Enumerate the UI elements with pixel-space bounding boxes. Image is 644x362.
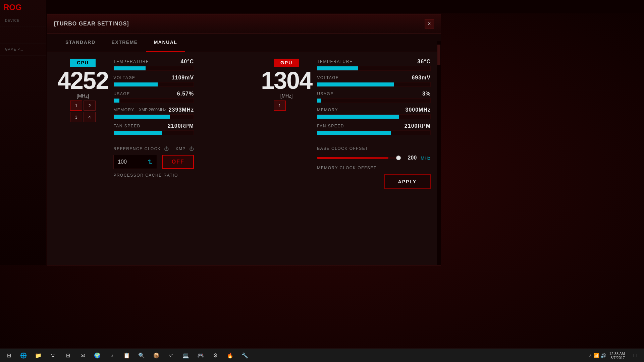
taskbar-browser[interactable]: 🌐 (16, 350, 31, 362)
gpu-usage-row: USAGE 3% (317, 91, 431, 103)
cpu-panel: CPU 4252 [MHz] 1 2 3 4 (57, 59, 227, 258)
close-button[interactable]: × (425, 19, 434, 28)
cpu-temp-label: TEMPERATURE (113, 59, 149, 64)
reference-clock-input[interactable]: 100 ⇅ (113, 155, 157, 169)
xmp-state: OFF (172, 159, 184, 165)
gpu-voltage-label: VOLTAGE (317, 75, 339, 80)
gpu-memory-row: MEMORY 3000MHz (317, 107, 431, 119)
taskbar-chevron[interactable]: ∧ (589, 353, 592, 358)
cpu-badge: CPU (70, 59, 96, 67)
cpu-core-1[interactable]: 1 (70, 101, 82, 111)
ref-power-icon[interactable]: ⏻ (164, 146, 169, 152)
taskbar-notification[interactable]: □ (628, 350, 642, 362)
cpu-memory-fill (114, 115, 170, 119)
cpu-ref-section: REFERENCE CLOCK ⏻ XMP ⏻ 100 ⇅ (113, 142, 194, 178)
taskbar-pkg[interactable]: 📦 (149, 350, 163, 362)
gpu-usage-value: 3% (422, 91, 431, 97)
scrollbar[interactable] (437, 52, 441, 265)
gpu-stats: TEMPERATURE 36°C VOLTAGE 693mV (317, 59, 431, 189)
gpu-fan-fill (317, 131, 391, 135)
sidebar-item-3 (0, 35, 46, 44)
taskbar: ⊞ 🌐 📁 🗂 ⊞ ✉ 🌍 ♪ 📋 🔍 📦 6⁴ 💻 🎮 ⚙ 🔥 🔧 ∧ 📶 🔊… (0, 349, 644, 362)
gpu-temp-fill (317, 66, 358, 70)
cpu-fan-track (113, 130, 194, 135)
cpu-voltage-fill (114, 82, 158, 86)
taskbar-volume[interactable]: 🔊 (600, 353, 606, 358)
cpu-voltage-track (113, 82, 194, 87)
base-clock-unit: MHz (421, 156, 431, 161)
gpu-temperature-row: TEMPERATURE 36°C (317, 59, 431, 71)
taskbar-store[interactable]: 🗂 (46, 350, 60, 362)
taskbar-network[interactable]: 📶 (593, 353, 599, 358)
cpu-frequency: 4252 (57, 68, 108, 93)
cpu-fan-fill (114, 131, 162, 135)
cpu-core-buttons: 1 2 3 4 (70, 101, 96, 122)
cpu-core-4[interactable]: 4 (84, 112, 96, 122)
apply-button[interactable]: APPLY (384, 174, 431, 189)
xmp-power-icon[interactable]: ⏻ (189, 146, 194, 152)
cpu-core-2[interactable]: 2 (84, 101, 96, 111)
taskbar-aura[interactable]: 🔥 (223, 350, 237, 362)
ref-clock-value: 100 (118, 159, 127, 165)
tab-extreme[interactable]: EXTREME (104, 34, 146, 52)
cpu-xmp-toggle-label: XMP (175, 146, 186, 151)
taskbar-rog[interactable]: 🔧 (238, 350, 252, 362)
clock-date: 8/7/2017 (609, 356, 625, 360)
sidebar-item-4: GAME P... (0, 44, 46, 56)
cpu-memory-row: MEMORY XMP:2800MHz 2393MHz (113, 107, 194, 119)
gpu-voltage-fill (317, 82, 394, 86)
xmp-toggle[interactable]: OFF (162, 155, 194, 169)
base-clock-section: BASE CLOCK OFFSET 200 MHz MEMORY CLOCK O… (317, 142, 431, 189)
gpu-usage-label: USAGE (317, 92, 334, 96)
cpu-core-3[interactable]: 3 (70, 112, 82, 122)
tab-manual[interactable]: MANUAL (146, 34, 185, 52)
tab-standard[interactable]: STANDARD (57, 34, 104, 52)
content-area: CPU 4252 [MHz] 1 2 3 4 (47, 52, 441, 265)
start-button[interactable]: ⊞ (2, 350, 16, 362)
cpu-usage-row: USAGE 6.57% (113, 91, 194, 103)
taskbar-files[interactable]: 📁 (31, 350, 45, 362)
cpu-usage-label: USAGE (113, 92, 130, 96)
taskbar-win[interactable]: ⊞ (61, 350, 75, 362)
base-clock-track[interactable] (317, 157, 401, 159)
gpu-temp-value: 36°C (417, 59, 431, 65)
rog-logo: ROG (3, 3, 22, 12)
gpu-voltage-row: VOLTAGE 693mV (317, 75, 431, 87)
cpu-temp-track (113, 66, 194, 71)
gpu-voltage-track (317, 82, 431, 87)
cpu-usage-fill (114, 99, 119, 103)
gpu-panel: GPU 1304 [MHz] 1 TEMPERATURE 36°C (261, 59, 431, 258)
turbo-gear-dialog: [TURBO GEAR SETTINGS] × STANDARD EXTREME… (47, 14, 441, 265)
taskbar-notes[interactable]: 📋 (120, 350, 134, 362)
processor-cache-label: PROCESSOR CACHE RATIO (113, 173, 194, 178)
clock-time: 12:38 AM (609, 352, 625, 356)
gpu-badge: GPU (274, 59, 299, 67)
gpu-frequency: 1304 (261, 68, 312, 93)
taskbar-mail[interactable]: ✉ (75, 350, 90, 362)
xmp-section: OFF (162, 155, 194, 169)
scrollbar-thumb[interactable] (437, 52, 440, 65)
taskbar-steam[interactable]: 💻 (179, 350, 193, 362)
cpu-temp-fill (114, 66, 146, 70)
cpu-memory-track (113, 114, 194, 119)
cpu-usage-value: 6.57% (177, 91, 194, 97)
gpu-fan-value: 2100RPM (405, 123, 431, 129)
left-sidebar: ROG DEVICE GAME P... (0, 0, 46, 265)
gpu-core-1[interactable]: 1 (274, 101, 286, 111)
taskbar-game[interactable]: 🎮 (194, 350, 208, 362)
taskbar-spotify[interactable]: ♪ (105, 350, 119, 362)
taskbar-search2[interactable]: 🔍 (135, 350, 149, 362)
taskbar-64[interactable]: 6⁴ (164, 350, 178, 362)
gpu-section: GPU 1304 [MHz] 1 (261, 59, 312, 111)
base-clock-thumb[interactable] (396, 156, 401, 160)
gpu-freq-unit: [MHz] (280, 93, 293, 99)
gpu-memory-fill (317, 115, 399, 119)
cpu-ref-header: REFERENCE CLOCK ⏻ XMP ⏻ (113, 146, 194, 152)
base-clock-label: BASE CLOCK OFFSET (317, 146, 431, 151)
cpu-fan-label: FAN SPEED (113, 124, 141, 128)
cpu-section: CPU 4252 [MHz] 1 2 3 4 (57, 59, 108, 122)
taskbar-settings[interactable]: ⚙ (208, 350, 222, 362)
taskbar-chrome[interactable]: 🌍 (90, 350, 104, 362)
ref-clock-spinner[interactable]: ⇅ (148, 158, 153, 166)
cpu-xmp-label: XMP:2800MHz (139, 108, 166, 112)
